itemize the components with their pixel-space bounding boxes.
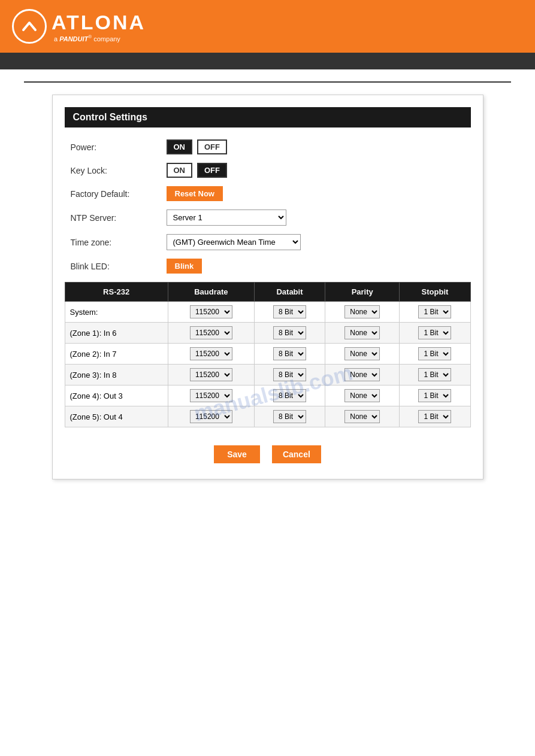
databit-select-1[interactable]: 7 Bit8 Bit bbox=[273, 326, 306, 339]
rs232-databit-cell: 7 Bit8 Bit bbox=[254, 365, 325, 385]
rs232-zone-name: (Zone 5): Out 4 bbox=[65, 406, 168, 427]
stopbit-select-1[interactable]: 1 Bit2 Bit bbox=[418, 326, 451, 339]
rs232-zone-name: (Zone 2): In 7 bbox=[65, 344, 168, 365]
rs232-parity-cell: NoneOddEven bbox=[325, 365, 400, 385]
parity-select-2[interactable]: NoneOddEven bbox=[344, 347, 380, 360]
baudrate-select-5[interactable]: 9600192003840057600115200 bbox=[190, 410, 232, 423]
divider bbox=[24, 81, 511, 83]
panel-title: Control Settings bbox=[65, 107, 471, 127]
rs232-databit-cell: 7 Bit8 Bit bbox=[254, 344, 325, 365]
keylock-on-button[interactable]: ON bbox=[167, 163, 193, 178]
rs232-parity-cell: NoneOddEven bbox=[325, 385, 400, 406]
rs232-stopbit-cell: 1 Bit2 Bit bbox=[400, 385, 470, 406]
table-row: (Zone 3): In 896001920038400576001152007… bbox=[65, 365, 470, 385]
timezone-row: Time zone: (GMT) Greenwich Mean Time (GM… bbox=[65, 234, 471, 250]
rs232-stopbit-cell: 1 Bit2 Bit bbox=[400, 344, 470, 365]
rs232-zone-name: System: bbox=[65, 302, 168, 323]
brand-tagline: a Panduit® company bbox=[54, 34, 146, 42]
col-parity: Parity bbox=[325, 283, 400, 302]
reset-now-button[interactable]: Reset Now bbox=[167, 186, 223, 201]
blink-led-row: Blink LED: Blink bbox=[65, 259, 471, 274]
parity-select-5[interactable]: NoneOddEven bbox=[344, 410, 380, 423]
stopbit-select-5[interactable]: 1 Bit2 Bit bbox=[418, 410, 451, 423]
rs232-databit-cell: 7 Bit8 Bit bbox=[254, 406, 325, 427]
databit-select-2[interactable]: 7 Bit8 Bit bbox=[273, 347, 306, 360]
stopbit-select-3[interactable]: 1 Bit2 Bit bbox=[418, 368, 451, 381]
rs232-baudrate-cell: 9600192003840057600115200 bbox=[168, 302, 254, 323]
factory-default-row: Factory Default: Reset Now bbox=[65, 186, 471, 201]
baudrate-select-1[interactable]: 9600192003840057600115200 bbox=[190, 326, 232, 339]
rs232-baudrate-cell: 9600192003840057600115200 bbox=[168, 365, 254, 385]
main-content: manualslib.com Control Settings Power: O… bbox=[0, 69, 535, 491]
power-row: Power: ON OFF bbox=[65, 139, 471, 154]
stopbit-select-4[interactable]: 1 Bit2 Bit bbox=[418, 389, 451, 402]
blink-led-label: Blink LED: bbox=[71, 262, 167, 271]
table-row: (Zone 1): In 696001920038400576001152007… bbox=[65, 323, 470, 344]
keylock-label: Key Lock: bbox=[71, 166, 167, 175]
databit-select-0[interactable]: 7 Bit8 Bit bbox=[273, 305, 306, 318]
power-off-button[interactable]: OFF bbox=[197, 139, 227, 154]
header: ATLONA a Panduit® company bbox=[0, 0, 535, 53]
rs232-parity-cell: NoneOddEven bbox=[325, 302, 400, 323]
control-settings-panel: Control Settings Power: ON OFF Key Lock:… bbox=[52, 95, 483, 479]
baudrate-select-4[interactable]: 9600192003840057600115200 bbox=[190, 389, 232, 402]
rs232-stopbit-cell: 1 Bit2 Bit bbox=[400, 365, 470, 385]
rs232-zone-name: (Zone 3): In 8 bbox=[65, 365, 168, 385]
power-label: Power: bbox=[71, 142, 167, 152]
save-button[interactable]: Save bbox=[214, 445, 260, 463]
rs232-databit-cell: 7 Bit8 Bit bbox=[254, 302, 325, 323]
blink-led-controls: Blink bbox=[167, 259, 202, 274]
atlona-icon bbox=[20, 17, 39, 36]
baudrate-select-2[interactable]: 9600192003840057600115200 bbox=[190, 347, 232, 360]
table-row: (Zone 2): In 796001920038400576001152007… bbox=[65, 344, 470, 365]
timezone-select[interactable]: (GMT) Greenwich Mean Time (GMT+1) Centra… bbox=[167, 234, 301, 250]
ntp-server-select[interactable]: Server 1 Server 2 Server 3 bbox=[167, 210, 286, 226]
table-row: (Zone 5): Out 49600192003840057600115200… bbox=[65, 406, 470, 427]
parity-select-1[interactable]: NoneOddEven bbox=[344, 326, 380, 339]
rs232-stopbit-cell: 1 Bit2 Bit bbox=[400, 406, 470, 427]
power-on-button[interactable]: ON bbox=[167, 139, 193, 154]
rs232-table: RS-232 Baudrate Databit Parity Stopbit S… bbox=[65, 282, 471, 427]
parity-select-4[interactable]: NoneOddEven bbox=[344, 389, 380, 402]
rs232-baudrate-cell: 9600192003840057600115200 bbox=[168, 406, 254, 427]
keylock-row: Key Lock: ON OFF bbox=[65, 163, 471, 178]
rs232-parity-cell: NoneOddEven bbox=[325, 323, 400, 344]
col-databit: Databit bbox=[254, 283, 325, 302]
rs232-stopbit-cell: 1 Bit2 Bit bbox=[400, 302, 470, 323]
rs232-baudrate-cell: 9600192003840057600115200 bbox=[168, 344, 254, 365]
stopbit-select-2[interactable]: 1 Bit2 Bit bbox=[418, 347, 451, 360]
ntp-server-row: NTP Server: Server 1 Server 2 Server 3 bbox=[65, 210, 471, 226]
databit-select-3[interactable]: 7 Bit8 Bit bbox=[273, 368, 306, 381]
table-row: (Zone 4): Out 39600192003840057600115200… bbox=[65, 385, 470, 406]
atlona-logo: ATLONA a Panduit® company bbox=[12, 9, 146, 44]
timezone-label: Time zone: bbox=[71, 238, 167, 247]
power-controls: ON OFF bbox=[167, 139, 228, 154]
parity-select-0[interactable]: NoneOddEven bbox=[344, 305, 380, 318]
col-stopbit: Stopbit bbox=[400, 283, 470, 302]
rs232-zone-name: (Zone 1): In 6 bbox=[65, 323, 168, 344]
stopbit-select-0[interactable]: 1 Bit2 Bit bbox=[418, 305, 451, 318]
baudrate-select-0[interactable]: 9600192003840057600115200 bbox=[190, 305, 232, 318]
factory-default-controls: Reset Now bbox=[167, 186, 223, 201]
rs232-parity-cell: NoneOddEven bbox=[325, 406, 400, 427]
blink-button[interactable]: Blink bbox=[167, 259, 202, 274]
databit-select-4[interactable]: 7 Bit8 Bit bbox=[273, 389, 306, 402]
keylock-controls: ON OFF bbox=[167, 163, 228, 178]
databit-select-5[interactable]: 7 Bit8 Bit bbox=[273, 410, 306, 423]
rs232-table-header-row: RS-232 Baudrate Databit Parity Stopbit bbox=[65, 283, 470, 302]
table-row: System:96001920038400576001152007 Bit8 B… bbox=[65, 302, 470, 323]
col-baudrate: Baudrate bbox=[168, 283, 254, 302]
col-rs232: RS-232 bbox=[65, 283, 168, 302]
rs232-databit-cell: 7 Bit8 Bit bbox=[254, 385, 325, 406]
nav-bar bbox=[0, 53, 535, 69]
ntp-server-controls: Server 1 Server 2 Server 3 bbox=[167, 210, 286, 226]
rs232-zone-name: (Zone 4): Out 3 bbox=[65, 385, 168, 406]
bottom-buttons: Save Cancel bbox=[65, 439, 471, 467]
timezone-controls: (GMT) Greenwich Mean Time (GMT+1) Centra… bbox=[167, 234, 301, 250]
ntp-server-label: NTP Server: bbox=[71, 213, 167, 223]
factory-default-label: Factory Default: bbox=[71, 189, 167, 199]
keylock-off-button[interactable]: OFF bbox=[197, 163, 227, 178]
cancel-button[interactable]: Cancel bbox=[272, 445, 321, 463]
baudrate-select-3[interactable]: 9600192003840057600115200 bbox=[190, 368, 232, 381]
parity-select-3[interactable]: NoneOddEven bbox=[344, 368, 380, 381]
